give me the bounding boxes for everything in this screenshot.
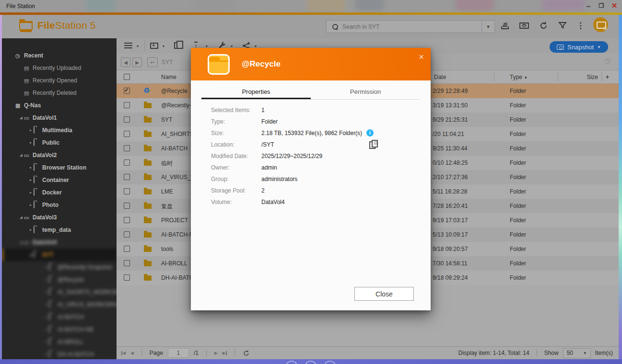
favorite-icon[interactable]: ♡ <box>605 57 611 66</box>
sidebar-item[interactable]: ▤ Recently Opened <box>2 74 117 87</box>
breadcrumb[interactable]: SYT <box>162 59 173 66</box>
sidebar-item[interactable]: ▸ AI-BROLL <box>2 336 117 348</box>
sidebar-item[interactable]: ▸ AI-BATCH-NE <box>2 323 117 336</box>
tree-arrow-icon[interactable]: ▸ <box>43 353 49 356</box>
first-page-icon[interactable]: ◀ <box>121 351 126 355</box>
info-icon[interactable]: i <box>366 129 374 136</box>
sidebar-item[interactable]: ◢ ▭ DataVol4 <box>2 236 117 249</box>
filter-icon[interactable] <box>557 20 568 31</box>
row-checkbox[interactable] <box>124 260 130 266</box>
search-input[interactable] <box>342 23 481 30</box>
add-column-button[interactable]: + <box>606 74 609 80</box>
tree-arrow-icon[interactable]: ▸ <box>43 340 49 344</box>
dialog-tab[interactable]: Permission <box>311 85 420 99</box>
sidebar-item[interactable]: ▤ Recently Uploaded <box>2 62 117 74</box>
column-header-modified-date[interactable]: Date <box>434 74 446 80</box>
sidebar-item[interactable]: ◢ ▭ DataVol3 <box>2 211 117 224</box>
search-dropdown-arrow[interactable]: ▼ <box>482 24 494 29</box>
tree-arrow-icon[interactable]: ▸ <box>43 278 49 282</box>
tree-arrow-icon[interactable]: ◢ <box>28 253 34 257</box>
column-header-name[interactable]: Name <box>161 74 176 80</box>
copy-path-icon[interactable] <box>369 140 380 150</box>
sidebar-item[interactable]: ▸ Docker <box>2 186 117 199</box>
background-task-icon[interactable] <box>500 20 510 31</box>
cast-display-icon[interactable] <box>519 20 529 31</box>
dialog-tab[interactable]: Properties <box>201 85 311 99</box>
remote-mount-icon[interactable] <box>593 17 608 32</box>
tree-arrow-icon[interactable]: ◢ <box>18 240 24 244</box>
sidebar-item[interactable]: ◢ ▭ DataVol2 <box>2 149 117 161</box>
sidebar-item[interactable]: ▸ temp_data <box>2 224 117 236</box>
prev-page-icon[interactable]: ◀ <box>130 351 134 355</box>
tree-arrow-icon[interactable]: ▸ <box>43 328 49 331</box>
row-checkbox[interactable] <box>124 203 130 209</box>
tree-arrow-icon[interactable]: ▸ <box>28 178 34 182</box>
go-up-button[interactable]: ↩ <box>147 57 158 67</box>
row-checkbox[interactable] <box>124 231 130 238</box>
tree-arrow-icon[interactable]: ▸ <box>28 191 34 194</box>
row-checkbox[interactable] <box>124 159 130 166</box>
view-mode-button[interactable] <box>124 41 132 50</box>
select-all-checkbox[interactable] <box>124 74 130 80</box>
sidebar-item[interactable]: ◢ ▭ DataVol1 <box>2 112 117 124</box>
last-page-icon[interactable]: ▶ <box>223 351 227 355</box>
refresh-icon[interactable] <box>538 20 549 31</box>
minimize-button[interactable]: – <box>585 2 592 10</box>
close-window-button[interactable]: ✕ <box>610 2 618 10</box>
tree-arrow-icon[interactable]: ▸ <box>28 141 34 145</box>
more-menu-icon[interactable]: ⋮ <box>576 21 585 31</box>
row-checkbox[interactable] <box>124 131 130 137</box>
forward-button[interactable]: ▶ <box>132 57 142 67</box>
new-folder-caret[interactable]: ▾ <box>163 44 164 48</box>
sidebar-item[interactable]: ▸ AI-BATCH <box>2 311 117 323</box>
row-checkbox[interactable] <box>124 102 130 108</box>
sidebar-item[interactable]: ▸ Browser Station <box>2 161 117 174</box>
dialog-close-icon[interactable]: × <box>419 52 424 62</box>
snapshot-button[interactable]: Snapshot ▼ <box>550 41 608 53</box>
window-titlebar[interactable]: File Station – ❐ ✕ <box>0 0 622 12</box>
tree-arrow-icon[interactable]: ◢ <box>18 116 24 120</box>
row-checkbox[interactable] <box>124 174 130 180</box>
sidebar-item[interactable]: ▸ Public <box>2 136 117 149</box>
dialog-close-button[interactable]: Close <box>354 287 414 301</box>
sidebar-item[interactable]: ▦ Q-Nas <box>2 99 117 112</box>
tree-arrow-icon[interactable]: ▸ <box>43 265 49 269</box>
back-button[interactable]: ◀ <box>121 57 130 67</box>
sidebar-item[interactable]: ▸ Photo <box>2 199 117 211</box>
tree-arrow-icon[interactable]: ▸ <box>43 290 49 294</box>
new-folder-button[interactable] <box>150 41 158 50</box>
view-mode-caret[interactable]: ▾ <box>137 44 139 48</box>
page-size-select[interactable]: 50 ▼ <box>563 348 591 358</box>
maximize-button[interactable]: ❐ <box>598 2 605 10</box>
row-checkbox[interactable] <box>124 274 130 281</box>
sidebar-item[interactable]: ▸ DH-AI-BATCH <box>2 348 117 359</box>
sidebar-item[interactable]: ◢ SYT <box>2 249 117 261</box>
tree-arrow-icon[interactable]: ▸ <box>28 203 34 207</box>
tree-arrow-icon[interactable]: ▸ <box>28 166 34 170</box>
tree-arrow-icon[interactable]: ◢ <box>18 153 24 157</box>
sidebar-item[interactable]: ▸ @Recently-Snapshot <box>2 261 117 273</box>
row-checkbox[interactable] <box>124 246 130 252</box>
row-checkbox[interactable] <box>124 88 130 94</box>
search-box[interactable]: ▼ <box>326 20 495 33</box>
page-input[interactable] <box>168 348 189 358</box>
column-header-type[interactable]: Type ▼ <box>510 74 528 80</box>
sidebar-item[interactable]: ▤ Recently Deleted <box>2 87 117 99</box>
tree-arrow-icon[interactable]: ▸ <box>28 228 34 232</box>
row-checkbox[interactable] <box>124 188 130 194</box>
row-checkbox[interactable] <box>124 116 130 123</box>
row-checkbox[interactable] <box>124 145 130 151</box>
sidebar-item[interactable]: ▸ @Recycle <box>2 273 117 286</box>
sidebar-item[interactable]: ◷ Recent <box>2 49 117 62</box>
refresh-list-icon[interactable] <box>243 350 250 357</box>
row-checkbox[interactable] <box>124 217 130 223</box>
column-header-size[interactable]: Size <box>569 74 598 80</box>
tree-arrow-icon[interactable]: ◢ <box>18 216 24 219</box>
sidebar-item[interactable]: ▸ AI_VIRUS_WORKSPACE <box>2 298 117 311</box>
tree-arrow-icon[interactable]: ▸ <box>28 128 34 132</box>
sidebar-item[interactable]: ▸ Multimedia <box>2 124 117 136</box>
sidebar-item[interactable]: ▸ AI_SHORTS_WORKSPACE <box>2 286 117 298</box>
tree-arrow-icon[interactable]: ▸ <box>43 303 49 307</box>
copy-button[interactable] <box>174 41 180 50</box>
next-page-icon[interactable]: ▶ <box>214 351 218 355</box>
